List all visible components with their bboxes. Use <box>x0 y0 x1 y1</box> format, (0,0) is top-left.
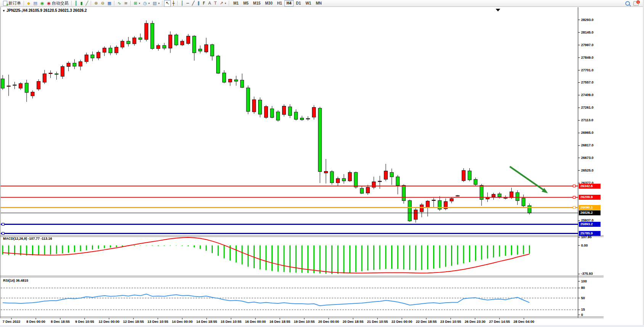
candle <box>7 86 10 87</box>
window-bottom-edge <box>0 325 644 327</box>
candle <box>61 67 64 77</box>
candle <box>186 36 190 43</box>
candle <box>43 74 46 82</box>
macd-axis-label: -375.93 <box>581 272 593 276</box>
price-axis-label: 27557.0 <box>581 80 594 84</box>
mt4-window: 新订单◆▤◉◉自动交易║▮╱⊕⊖▦∿≡⊞▾◷▾▧▾↖┼│─╱∥FAT↗▾ M1M… <box>0 0 644 327</box>
candle <box>157 45 160 48</box>
candle <box>241 80 244 87</box>
candle <box>67 63 70 67</box>
candle <box>115 47 118 53</box>
candle <box>378 181 382 182</box>
price-axis-label: 26673.0 <box>581 156 594 160</box>
collapse-triangle-icon[interactable]: ▼ <box>2 9 5 13</box>
candle <box>336 178 340 183</box>
time-axis-label: 13 Dec 10:55 <box>148 320 169 324</box>
candle <box>193 36 196 53</box>
candle <box>264 106 268 117</box>
candle <box>432 200 435 201</box>
candle <box>294 112 298 119</box>
candle <box>145 23 148 39</box>
line-handle[interactable] <box>2 232 4 234</box>
candle <box>408 200 411 221</box>
time-axis-label: 16 Dec 18:55 <box>270 320 291 324</box>
price-axis-label: 26817.0 <box>581 143 594 147</box>
price-line-badge: 26090.1 <box>579 205 601 210</box>
candle <box>360 188 364 193</box>
time-axis-label: 22 Dec 00:00 <box>392 320 413 324</box>
line-handle[interactable] <box>2 223 4 225</box>
candle <box>103 48 106 52</box>
candle <box>85 55 88 62</box>
time-axis-label: 22 Dec 18:55 <box>416 320 437 324</box>
candle <box>306 119 310 119</box>
time-axis-label: 12 Dec 00:00 <box>99 320 120 324</box>
candle <box>396 177 400 186</box>
price-axis-label: 27701.0 <box>581 68 594 72</box>
candle <box>414 210 418 220</box>
price-axis-label: 28145.0 <box>581 30 594 34</box>
chart-plot <box>0 0 644 327</box>
line-handle[interactable] <box>573 196 575 199</box>
rsi-axis-label: 100 <box>581 279 587 283</box>
macd-indicator-label: MACD(12,26,9) -107.77 -113.16 <box>3 237 52 240</box>
candle <box>402 185 405 200</box>
price-axis-label: 27849.0 <box>581 56 594 59</box>
macd-axis-label: 0.00 <box>581 244 588 247</box>
time-axis-label: 8 Dec 18:55 <box>51 320 70 324</box>
candle <box>318 108 322 172</box>
candle <box>79 62 82 66</box>
candle <box>372 182 376 188</box>
price-axis-label: 27113.0 <box>581 118 593 122</box>
candle <box>37 82 40 89</box>
line-handle[interactable] <box>573 185 575 187</box>
time-axis-label: 28 Dec 04:00 <box>514 320 535 324</box>
price-line-badge: 25893.2 <box>579 222 601 227</box>
candle <box>169 35 172 48</box>
price-line-badge: 25785.9 <box>579 231 601 236</box>
candle <box>504 198 507 199</box>
candle <box>25 83 28 93</box>
candle <box>234 80 238 81</box>
candle <box>390 172 393 177</box>
time-axis-label: 12 Dec 18:55 <box>123 320 144 324</box>
rsi-indicator-label: RSI(14) 36.4815 <box>3 279 28 282</box>
rsi-line <box>3 294 530 306</box>
time-axis-label: 26 Dec 23:30 <box>465 320 486 324</box>
candle <box>91 55 94 58</box>
candle <box>109 48 112 53</box>
time-axis-label: 16 Dec 00:00 <box>245 320 266 324</box>
candle <box>151 23 154 48</box>
time-axis-label: 14 Dec 18:55 <box>196 320 217 324</box>
time-axis-label: 7 Dec 2022 <box>3 320 21 324</box>
price-line-badge: 26209.9 <box>579 195 601 200</box>
candle <box>127 41 130 44</box>
candle <box>282 106 286 114</box>
chart-shift-marker[interactable] <box>496 9 500 11</box>
candle <box>324 171 328 173</box>
time-axis-label: 9 Dec 10:55 <box>75 320 94 324</box>
candle <box>121 41 124 47</box>
line-handle[interactable] <box>573 206 575 208</box>
candle <box>420 205 424 212</box>
candle <box>1 79 5 88</box>
candle <box>210 45 214 56</box>
time-axis-label: 19 Dec 10:55 <box>294 320 315 324</box>
time-axis-label: 15 Dec 10:55 <box>221 320 242 324</box>
price-axis-label: 26965.0 <box>581 131 594 135</box>
candle <box>222 73 226 82</box>
candle <box>55 74 58 75</box>
candle <box>139 38 142 39</box>
candle <box>97 52 100 58</box>
price-axis-label: 28293.0 <box>581 18 594 22</box>
candle <box>450 199 453 201</box>
candle <box>528 206 531 213</box>
candle <box>474 180 477 184</box>
price-axis-label: 27409.0 <box>581 93 594 97</box>
candle <box>510 192 513 198</box>
candle <box>522 198 525 206</box>
candle <box>252 99 256 112</box>
price-axis-label: 27261.0 <box>581 106 594 109</box>
chart-window: ▼JPN225-,H4 26105.9 26120.5 26021.3 2602… <box>0 7 644 327</box>
rsi-axis-label: 15 <box>581 308 585 311</box>
